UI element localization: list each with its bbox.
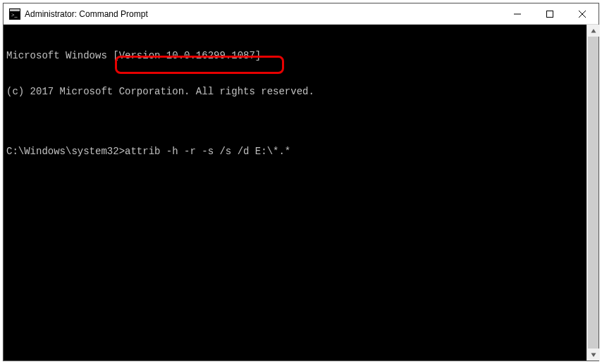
output-line: Microsoft Windows [Version 10.0.16299.10… [6,50,584,62]
scroll-thumb[interactable] [588,37,598,349]
svg-text:>_: >_ [11,12,18,18]
window-controls [501,4,598,24]
svg-rect-1 [10,9,20,11]
svg-marker-9 [591,353,596,357]
vertical-scrollbar[interactable] [586,25,598,360]
prompt-text: C:\Windows\system32> [6,146,125,157]
prompt-line: C:\Windows\system32>attrib -h -r -s /s /… [6,146,584,158]
command-text: attrib -h -r -s /s /d E:\*.* [125,146,290,157]
command-prompt-window: >_ Administrator: Command Prompt Microso… [3,3,599,361]
close-button[interactable] [566,4,598,24]
svg-rect-5 [547,11,553,17]
maximize-button[interactable] [534,4,566,24]
scroll-down-button[interactable] [587,349,599,360]
cmd-icon: >_ [9,8,20,20]
client-area: Microsoft Windows [Version 10.0.16299.10… [4,25,598,360]
window-title: Administrator: Command Prompt [25,9,501,19]
scroll-up-button[interactable] [587,25,599,37]
titlebar[interactable]: >_ Administrator: Command Prompt [4,4,598,25]
svg-rect-4 [514,13,521,14]
terminal-output[interactable]: Microsoft Windows [Version 10.0.16299.10… [4,25,586,360]
output-line: (c) 2017 Microsoft Corporation. All righ… [6,86,584,98]
svg-marker-8 [591,29,596,33]
minimize-button[interactable] [501,4,534,24]
